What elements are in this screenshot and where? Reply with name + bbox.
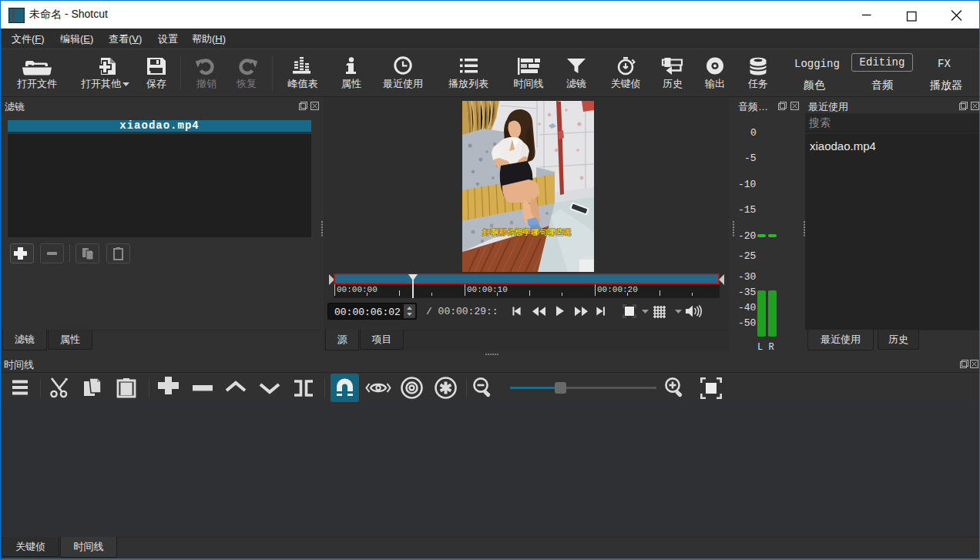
svg-text:好啊那你想学哪句哪些呢: 好啊那你想学哪句哪些呢 (482, 227, 572, 236)
